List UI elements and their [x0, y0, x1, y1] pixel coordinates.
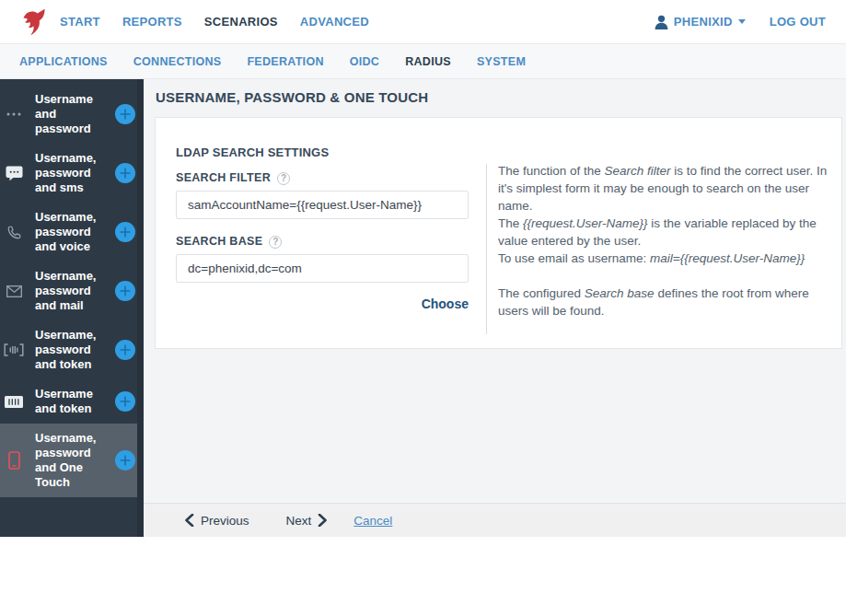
nav-item-oidc[interactable]: OIDC [350, 55, 379, 68]
next-label: Next [286, 514, 312, 528]
add-scenario-button[interactable] [115, 340, 135, 360]
plus-icon [115, 281, 135, 301]
cancel-link[interactable]: Cancel [353, 514, 392, 528]
user-menu-label: PHENIXID [674, 15, 733, 29]
add-scenario-button[interactable] [115, 163, 135, 183]
top-bar-right: PHENIXID LOG OUT [655, 15, 826, 29]
nav-item-advanced[interactable]: ADVANCED [300, 15, 369, 29]
search-base-input[interactable] [176, 254, 469, 283]
main-spacer [144, 349, 846, 503]
add-scenario-button[interactable] [115, 281, 135, 301]
next-button[interactable]: Next [280, 514, 329, 528]
add-scenario-button[interactable] [115, 104, 135, 124]
previous-label: Previous [201, 514, 249, 528]
sidebar-item-label: Username, password and token [35, 328, 103, 372]
sms-icon [4, 166, 24, 181]
search-filter-label: SEARCH FILTER [176, 171, 271, 185]
sidebar-item[interactable]: Username, password and mail [0, 262, 144, 320]
plus-icon [115, 450, 135, 471]
search-base-label-row: SEARCH BASE [176, 235, 469, 249]
nav-item-federation[interactable]: FEDERATION [247, 55, 323, 68]
token-solid-icon [4, 396, 24, 408]
ldap-settings-panel: LDAP SEARCH SETTINGS SEARCH FILTER SEARC… [155, 117, 842, 349]
previous-button[interactable]: Previous [184, 514, 256, 528]
scenario-sidebar: Username and password Username, password… [0, 79, 144, 537]
body: Username and password Username, password… [0, 79, 846, 537]
mail-icon [4, 285, 24, 297]
add-scenario-button[interactable] [115, 450, 135, 471]
chevron-down-icon [738, 19, 746, 24]
nav-item-start[interactable]: START [60, 15, 100, 29]
help-text-panel: The function of the Search filter is to … [498, 162, 829, 320]
add-scenario-button[interactable] [115, 391, 135, 412]
top-nav: STARTREPORTSSCENARIOSADVANCED [60, 15, 369, 29]
page-background [0, 537, 846, 616]
token-outline-icon [4, 343, 24, 356]
section-title: LDAP SEARCH SETTINGS [176, 145, 469, 160]
sidebar-item[interactable]: Username, password and voice [0, 203, 144, 262]
search-filter-label-row: SEARCH FILTER [176, 171, 469, 185]
top-bar: STARTREPORTSSCENARIOSADVANCED PHENIXID L… [0, 0, 846, 44]
plus-icon [115, 222, 135, 242]
sidebar-item-label: Username, password and mail [35, 269, 103, 313]
choose-row: Choose [176, 296, 469, 312]
main-content: USERNAME, PASSWORD & ONE TOUCH LDAP SEAR… [144, 79, 846, 537]
user-icon [655, 15, 668, 29]
help-question-icon[interactable] [277, 172, 290, 185]
sidebar-item-label: Username and password [35, 92, 103, 136]
nav-item-system[interactable]: SYSTEM [477, 55, 526, 68]
plus-icon [115, 391, 135, 412]
help-question-icon[interactable] [269, 236, 282, 249]
nav-item-radius[interactable]: RADIUS [405, 55, 451, 68]
help-paragraph: The function of the Search filter is to … [498, 162, 829, 267]
logout-button[interactable]: LOG OUT [770, 15, 826, 29]
phenixid-logo-icon[interactable] [22, 7, 47, 37]
sidebar-scrollbar[interactable] [137, 79, 144, 537]
page-title: USERNAME, PASSWORD & ONE TOUCH [156, 88, 846, 107]
search-filter-input[interactable] [176, 191, 469, 219]
user-menu-button[interactable]: PHENIXID [655, 15, 746, 29]
plus-icon [115, 104, 135, 124]
sidebar-item-label: Username and token [35, 387, 103, 416]
chevron-right-icon [318, 514, 328, 527]
choose-button[interactable]: Choose [422, 296, 469, 311]
chevron-left-icon [184, 514, 194, 527]
sidebar-item[interactable]: Username and password [0, 85, 144, 144]
add-scenario-button[interactable] [115, 222, 135, 242]
search-base-label: SEARCH BASE [176, 235, 262, 249]
phenixid-admin-app: STARTREPORTSSCENARIOSADVANCED PHENIXID L… [0, 0, 846, 537]
sidebar-item[interactable]: Username and token [0, 379, 144, 424]
sidebar-item-label: Username, password and One Touch [35, 431, 103, 490]
plus-icon [115, 340, 135, 360]
ellipsis-icon [4, 111, 24, 117]
panel-divider [486, 164, 487, 334]
sidebar-item-label: Username, password and voice [35, 210, 103, 254]
nav-item-reports[interactable]: REPORTS [122, 15, 182, 29]
help-paragraph: The configured Search base defines the r… [498, 285, 829, 320]
phone-icon [4, 225, 24, 240]
sidebar-item[interactable]: Username, password and sms [0, 144, 144, 203]
wizard-footer: Previous Next Cancel [144, 503, 846, 537]
sidebar-item[interactable]: Username, password and token [0, 320, 144, 379]
sub-nav: APPLICATIONSCONNECTIONSFEDERATIONOIDCRAD… [0, 44, 846, 79]
ldap-form: LDAP SEARCH SETTINGS SEARCH FILTER SEARC… [176, 145, 469, 312]
sidebar-item-label: Username, password and sms [35, 151, 103, 195]
nav-item-applications[interactable]: APPLICATIONS [19, 55, 108, 68]
plus-icon [115, 163, 135, 183]
smartphone-icon [4, 451, 24, 470]
sidebar-item[interactable]: Username, password and One Touch [0, 424, 144, 497]
nav-item-scenarios[interactable]: SCENARIOS [204, 15, 278, 29]
nav-item-connections[interactable]: CONNECTIONS [133, 55, 222, 68]
